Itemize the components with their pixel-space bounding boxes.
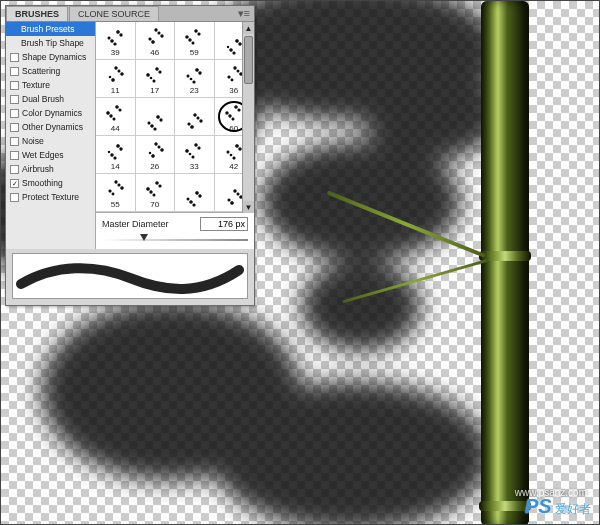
checkbox[interactable] [10,193,19,202]
panel-menu-icon[interactable]: ▾≡ [238,8,250,19]
brush-thumb [144,140,166,162]
svg-point-121 [191,78,192,79]
scroll-thumb[interactable] [244,36,253,84]
sidebar-item-color-dynamics[interactable]: Color Dynamics [6,106,95,120]
brush-preset-cell[interactable]: 39 [96,22,136,60]
label: Scattering [22,66,60,76]
svg-point-31 [160,34,163,37]
brush-size-label: 42 [229,162,238,171]
brush-preset-cell[interactable]: 70 [136,174,176,212]
checkbox[interactable] [10,137,19,146]
brush-thumb [144,111,166,133]
brush-preset-cell[interactable] [175,98,215,136]
sidebar-item-shape-dynamics[interactable]: Shape Dynamics [6,50,95,64]
svg-point-321 [158,184,161,187]
brush-preset-cell[interactable]: 55 [96,174,136,212]
brush-size-label: 55 [111,200,120,209]
svg-point-337 [187,198,190,201]
brush-thumb [104,178,126,200]
brush-preset-cell[interactable]: 59 [175,22,215,60]
checkbox[interactable] [10,151,19,160]
panel-tabs: BRUSHES CLONE SOURCE ▾≡ [6,6,254,22]
sidebar-item-other-dynamics[interactable]: Other Dynamics [6,120,95,134]
brush-preset-cell[interactable]: 44 [96,98,136,136]
brush-preset-cell[interactable]: 46 [136,22,176,60]
svg-point-70 [229,49,232,52]
checkbox[interactable] [10,123,19,132]
scroll-up-icon[interactable]: ▲ [243,22,254,34]
checkbox[interactable] [10,53,19,62]
sidebar-item-dual-brush[interactable]: Dual Brush [6,92,95,106]
brush-thumb [183,26,205,48]
sidebar-brush-tip-shape[interactable]: Brush Tip Shape [6,36,95,50]
label: Protect Texture [22,192,79,202]
svg-point-249 [154,143,157,146]
checkbox[interactable] [10,81,19,90]
svg-point-140 [236,70,239,73]
svg-point-16 [108,37,110,39]
svg-point-197 [188,123,190,125]
brush-preset-cell[interactable]: 14 [96,136,136,174]
brush-size-label: 60 [229,124,238,133]
diameter-slider[interactable] [102,237,248,243]
brush-thumb [183,64,205,86]
svg-point-88 [112,79,115,82]
sidebar-item-noise[interactable]: Noise [6,134,95,148]
svg-point-158 [119,108,122,111]
svg-point-305 [115,180,118,183]
label: Brush Presets [21,24,74,34]
brush-size-label: 33 [190,162,199,171]
master-diameter-input[interactable] [200,217,248,231]
brush-preset-grid[interactable]: 394659111723364460142633425570 [96,22,254,213]
brush-size-label: 17 [150,86,159,95]
brush-preset-cell[interactable] [136,98,176,136]
sidebar-item-smoothing[interactable]: ✓Smoothing [6,176,95,190]
brush-preset-cell[interactable]: 23 [175,60,215,98]
checkbox[interactable] [10,165,19,174]
checkbox[interactable] [10,109,19,118]
brush-thumb [104,140,126,162]
svg-point-124 [193,80,196,83]
svg-point-215 [228,115,231,118]
svg-point-68 [233,52,235,54]
svg-point-87 [122,73,123,74]
svg-point-103 [150,77,151,78]
svg-point-267 [195,144,198,147]
svg-point-359 [237,194,238,195]
brush-preset-cell[interactable]: 17 [136,60,176,98]
svg-point-178 [156,115,160,119]
svg-point-196 [198,118,199,119]
sidebar-item-scattering[interactable]: Scattering [6,64,95,78]
brush-options-sidebar: Brush Presets Brush Tip Shape Shape Dyna… [6,22,96,249]
scroll-down-icon[interactable]: ▼ [243,201,254,213]
svg-point-176 [159,118,162,121]
sidebar-item-wet-edges[interactable]: Wet Edges [6,148,95,162]
tab-clone-source[interactable]: CLONE SOURCE [69,6,159,21]
svg-point-177 [151,125,153,127]
brush-preset-cell[interactable]: 11 [96,60,136,98]
grid-scrollbar[interactable]: ▲ ▼ [242,22,254,213]
tab-brushes[interactable]: BRUSHES [6,6,68,21]
sidebar-item-airbrush[interactable]: Airbrush [6,162,95,176]
checkbox[interactable] [10,67,19,76]
brush-thumb [104,26,126,48]
sidebar-item-texture[interactable]: Texture [6,78,95,92]
brush-preset-cell[interactable]: 26 [136,136,176,174]
svg-point-266 [190,153,191,154]
label: Shape Dynamics [22,52,86,62]
sidebar-brush-presets[interactable]: Brush Presets [6,22,95,36]
checkbox[interactable] [10,95,19,104]
checkbox[interactable]: ✓ [10,179,19,188]
master-diameter-label: Master Diameter [102,219,169,229]
svg-point-139 [231,79,233,81]
brush-preset-cell[interactable] [175,174,215,212]
svg-point-107 [159,71,161,73]
brush-preset-cell[interactable]: 33 [175,136,215,174]
svg-point-268 [186,150,188,152]
svg-point-194 [200,119,203,122]
svg-point-106 [152,80,155,83]
svg-point-71 [236,40,238,42]
sidebar-item-protect-texture[interactable]: Protect Texture [6,190,95,204]
svg-point-86 [115,67,118,70]
svg-point-323 [155,181,158,184]
